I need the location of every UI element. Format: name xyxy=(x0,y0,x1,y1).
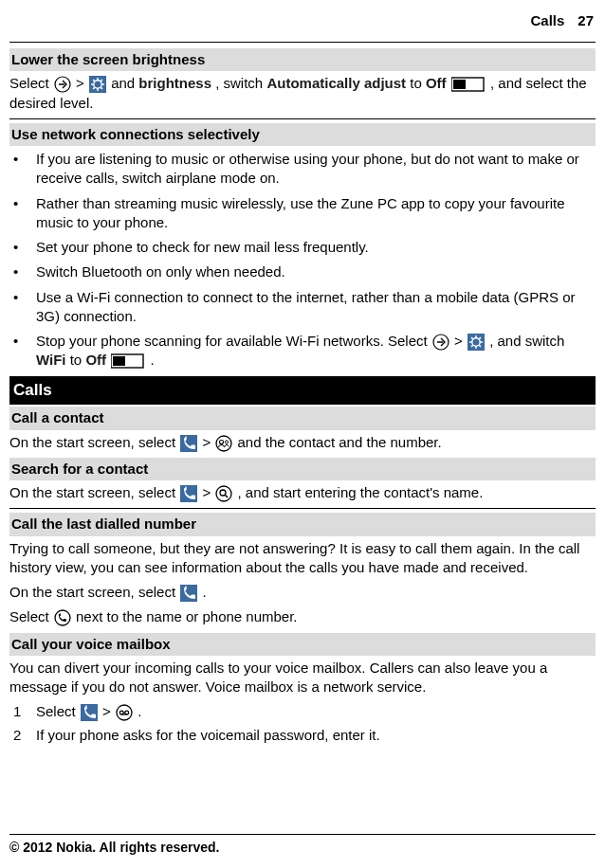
phone-tile-icon xyxy=(180,485,197,502)
last-dialled-step2: Select next to the name or phone number. xyxy=(9,607,596,626)
heading-call-contact: Call a contact xyxy=(9,407,596,429)
gear-icon xyxy=(89,76,106,93)
top-rule xyxy=(9,42,596,43)
heading-calls: Calls xyxy=(9,376,596,406)
header-page: 27 xyxy=(578,12,594,28)
auto-adjust-term: Automatically adjust xyxy=(266,75,406,91)
rule xyxy=(9,118,596,119)
voicemail-icon xyxy=(116,704,133,721)
heading-lower-brightness: Lower the screen brightness xyxy=(9,48,596,71)
call-contact-instruction: On the start screen, select > and the co… xyxy=(9,433,596,452)
heading-network-selective: Use network connections selectively xyxy=(9,123,596,146)
footer-copyright: © 2012 Nokia. All rights reserved. xyxy=(9,834,596,857)
list-item: •Rather than streaming music wirelessly,… xyxy=(9,194,596,233)
phone-tile-icon xyxy=(180,585,197,602)
arrow-icon xyxy=(54,76,71,93)
arrow-icon xyxy=(432,334,449,351)
toggle-off-icon xyxy=(451,76,486,93)
brightness-term: brightness xyxy=(138,75,211,91)
page-header: Calls27 xyxy=(530,11,594,30)
wifi-term: WiFi xyxy=(36,352,66,368)
last-dialled-step1: On the start screen, select . xyxy=(9,583,596,602)
off-term: Off xyxy=(426,75,447,91)
header-section: Calls xyxy=(530,12,564,28)
search-icon xyxy=(215,485,232,502)
list-item: • Stop your phone scanning for available… xyxy=(9,332,596,371)
network-bullet-list: •If you are listening to music or otherw… xyxy=(9,150,596,371)
voice-mailbox-intro: You can divert your incoming calls to yo… xyxy=(9,659,596,697)
phone-tile-icon xyxy=(81,704,98,721)
heading-search-contact: Search for a contact xyxy=(9,458,596,480)
brightness-instruction: Select > and brightness , switch Automat… xyxy=(9,74,596,113)
list-item: •Switch Bluetooth on only when needed. xyxy=(9,262,596,281)
list-item: •If you are listening to music or otherw… xyxy=(9,150,596,189)
step-2: 2 If your phone asks for the voicemail p… xyxy=(9,726,596,745)
phone-tile-icon xyxy=(180,435,197,452)
off-term: Off xyxy=(85,352,106,368)
call-icon xyxy=(54,609,71,626)
list-item: •Set your phone to check for new mail le… xyxy=(9,238,596,257)
list-item: •Use a Wi-Fi connection to connect to th… xyxy=(9,288,596,327)
heading-last-dialled: Call the last dialled number xyxy=(9,513,596,535)
voice-mailbox-steps: 1 Select > . 2 If your phone asks for th… xyxy=(9,702,596,745)
heading-voice-mailbox: Call your voice mailbox xyxy=(9,633,596,656)
search-contact-instruction: On the start screen, select > , and star… xyxy=(9,483,596,502)
toggle-off-icon xyxy=(111,353,145,370)
contacts-icon xyxy=(215,435,232,452)
rule xyxy=(9,508,596,509)
step-1: 1 Select > . xyxy=(9,702,596,721)
gear-icon xyxy=(468,334,485,351)
last-dialled-intro: Trying to call someone, but they are not… xyxy=(9,539,596,578)
